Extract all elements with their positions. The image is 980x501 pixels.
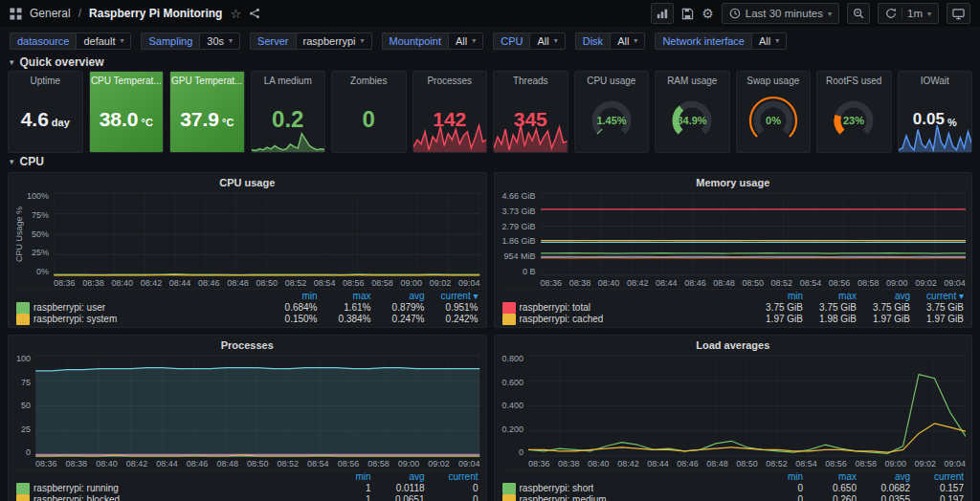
legend-value: 0.242% <box>425 314 479 325</box>
legend-column-current[interactable]: current <box>425 471 479 483</box>
y-tick-label: 0 <box>26 448 31 457</box>
legend-series[interactable]: raspberrypi: blocked <box>16 494 318 501</box>
dashboards-grid-icon[interactable] <box>10 8 22 20</box>
save-dashboard-icon[interactable] <box>681 8 694 20</box>
legend-column-avg[interactable]: avg <box>371 291 425 302</box>
variable-value-dropdown[interactable]: raspberrypi▾ <box>296 33 372 50</box>
legend-column-avg[interactable]: avg <box>371 471 425 483</box>
panel-title[interactable]: IOWait <box>899 72 972 86</box>
panel-title[interactable]: GPU Temperat... <box>170 72 244 86</box>
variable-server: Serverraspberrypi▾ <box>250 33 371 50</box>
stat-unit-text: % <box>947 110 957 128</box>
legend-column-max[interactable]: max <box>318 291 371 302</box>
zoom-out-button[interactable] <box>847 3 870 24</box>
legend-series[interactable]: raspberrypi: system <box>16 314 264 325</box>
legend-series[interactable]: raspberrypi: cached <box>502 314 750 325</box>
legend-column-current[interactable]: current <box>910 471 964 483</box>
legend-column-min[interactable]: min <box>318 471 371 483</box>
legend-column-avg[interactable]: avg <box>857 471 910 483</box>
panel-title[interactable]: RAM usage <box>656 72 729 86</box>
stat-value-text: 38.0 <box>100 109 139 129</box>
legend-column-avg[interactable]: avg <box>857 291 910 302</box>
gauge: 34.9% <box>656 86 729 152</box>
time-range-picker[interactable]: Last 30 minutes ▾ <box>722 3 839 24</box>
x-tick-label: 08:42 <box>126 459 148 468</box>
settings-icon[interactable]: ⚙ <box>702 6 714 21</box>
legend-column-max[interactable]: max <box>803 471 857 483</box>
x-tick-label: 09:04 <box>458 459 480 468</box>
panel-title[interactable]: CPU Temperat... <box>90 72 164 86</box>
y-tick-label: 100% <box>27 192 49 201</box>
legend-value: 3.75 GiB <box>910 302 964 314</box>
legend-series[interactable]: raspberrypi: running <box>16 483 318 494</box>
legend-series[interactable]: raspberrypi: user <box>16 302 264 314</box>
legend-column-min[interactable]: min <box>749 471 803 483</box>
x-tick-label: 09:02 <box>428 459 450 468</box>
panel-title[interactable]: Uptime <box>9 72 82 86</box>
y-axis-title: CPU Usage % <box>14 192 25 276</box>
refresh-picker[interactable]: 1m ▾ <box>878 3 939 24</box>
panel-title[interactable]: Threads <box>494 72 568 86</box>
stat-unit-text: day <box>52 110 70 128</box>
y-tick-labels: 100%75%50%25%0% <box>25 192 54 276</box>
legend-series[interactable]: raspberrypi: short <box>502 483 750 494</box>
panel-title[interactable]: LA medium <box>252 72 325 86</box>
y-tick-label: 0.800 <box>502 355 524 363</box>
breadcrumb-title[interactable]: Raspberry Pi Monitoring <box>89 7 222 20</box>
x-tick-label: 08:48 <box>706 459 728 468</box>
panel-title[interactable]: CPU usage <box>575 72 649 86</box>
share-icon[interactable] <box>249 8 260 19</box>
x-tick-label: 08:42 <box>627 278 649 288</box>
row-header-cpu[interactable]: ▾ CPU <box>0 153 980 170</box>
legend-column-min[interactable]: min <box>264 291 318 302</box>
variable-label: Disk <box>575 33 610 50</box>
stat-panel-uptime: Uptime4.6day <box>8 71 83 153</box>
chart-body: 4.66 GiB3.73 GiB2.79 GiB1.86 GiB954 MiB0… <box>501 192 967 289</box>
x-axis-spacer <box>14 276 54 289</box>
x-tick-label: 08:52 <box>285 278 307 288</box>
x-tick-label: 08:54 <box>314 278 336 288</box>
legend-column-min[interactable]: min <box>749 291 803 302</box>
variable-value-dropdown[interactable]: All▾ <box>610 33 645 50</box>
star-icon[interactable]: ☆ <box>230 7 241 21</box>
panel-title[interactable]: Memory usage <box>501 173 967 192</box>
legend-series[interactable]: raspberrypi: medium <box>502 494 750 501</box>
row-title: CPU <box>20 155 44 168</box>
legend-series[interactable]: raspberrypi: total <box>502 302 750 314</box>
breadcrumb-section[interactable]: General <box>30 7 71 20</box>
panel-title[interactable]: Load averages <box>501 336 967 355</box>
variable-value-dropdown[interactable]: default▾ <box>76 33 131 50</box>
panel-title[interactable]: Zombies <box>332 72 406 86</box>
legend-value: 1.97 GiB <box>749 314 803 325</box>
x-tick-label: 09:00 <box>886 278 908 288</box>
variable-value-dropdown[interactable]: All▾ <box>751 33 787 50</box>
row-header-quick-overview[interactable]: ▾ Quick overview <box>0 54 980 71</box>
panel-cpu-usage: CPU usageCPU Usage %100%75%50%25%0%08:36… <box>8 172 487 328</box>
gauge: 1.45% <box>575 86 649 152</box>
panel-title[interactable]: CPU usage <box>14 173 480 192</box>
chevron-down-icon: ▾ <box>472 36 476 45</box>
panel-title[interactable]: RootFS used <box>817 72 891 86</box>
add-panel-button[interactable] <box>651 3 674 24</box>
panel-title[interactable]: Swap usage <box>737 72 811 86</box>
variable-value-dropdown[interactable]: All▾ <box>529 33 565 50</box>
x-tick-label: 08:50 <box>256 278 278 288</box>
x-tick-label: 08:54 <box>800 278 822 288</box>
legend-column-max[interactable]: max <box>803 291 857 302</box>
legend-column-current[interactable]: current ▾ <box>910 291 964 302</box>
panel-title[interactable]: Processes <box>413 72 487 86</box>
x-tick-label: 08:56 <box>829 278 851 288</box>
legend-column-current[interactable]: current ▾ <box>425 291 479 302</box>
panel-title[interactable]: Processes <box>14 336 480 355</box>
legend-value: 0 <box>749 483 803 494</box>
cycle-view-button[interactable] <box>947 3 970 24</box>
variable-value-dropdown[interactable]: All▾ <box>448 33 483 50</box>
x-tick-label: 08:52 <box>278 459 300 468</box>
variable-label: datasource <box>10 33 76 50</box>
x-tick-label: 09:04 <box>944 459 966 468</box>
zoom-out-icon <box>853 8 864 19</box>
variable-value-dropdown[interactable]: 30s▾ <box>199 33 240 50</box>
y-tick-labels: 1007550250 <box>14 355 35 457</box>
x-tick-label: 09:00 <box>884 459 906 468</box>
y-tick-label: 0.600 <box>502 379 524 387</box>
